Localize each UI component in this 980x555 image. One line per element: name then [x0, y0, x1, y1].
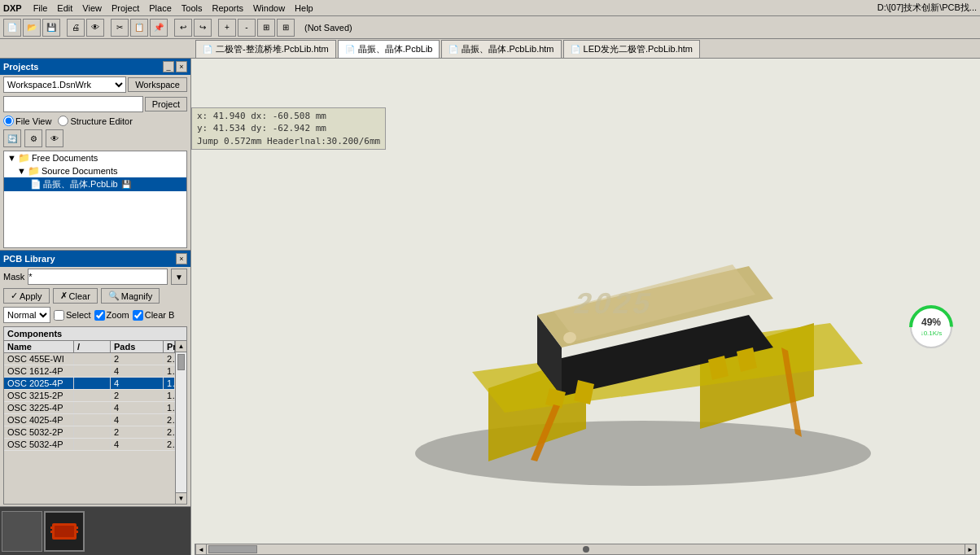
toolbar-print[interactable]: 🖨 — [67, 19, 85, 37]
bottom-thumbnails — [0, 506, 190, 555]
toolbar: 📄 📂 💾 🖨 👁 ✂ 📋 📌 ↩ ↪ + - ⊞ ⊞ (Not Saved) — [0, 16, 980, 39]
tooltip-line-0: x: 41.940 dx: -60.508 mm — [197, 110, 380, 122]
table-scrollbar[interactable]: ▲ ▼ — [175, 341, 186, 504]
tree-pcblib-file[interactable]: 📄 晶振、晶体.PcbLib 💾 — [4, 177, 186, 191]
table-row[interactable]: OSC 4025-4P 4 24 — [4, 414, 175, 426]
select-checkbox[interactable] — [54, 310, 64, 321]
toolbar-paste[interactable]: 📌 — [150, 19, 168, 37]
scroll-up-btn[interactable]: ▲ — [176, 341, 186, 352]
toolbar-grid[interactable]: ⊞ — [277, 19, 295, 37]
toolbar-zoom-fit[interactable]: ⊞ — [257, 19, 275, 37]
table-row[interactable]: OSC 3215-2P 2 18 — [4, 390, 175, 402]
apply-button[interactable]: ✓ Apply — [3, 288, 50, 304]
toolbar-zoom-in[interactable]: + — [218, 19, 236, 37]
cell-pads: 4 — [111, 378, 164, 389]
tree-free-documents[interactable]: ▼ 📁 Free Documents — [4, 151, 186, 164]
col-name-header: Name — [4, 341, 74, 352]
cell-primitives: 24 — [164, 414, 175, 426]
menu-project[interactable]: Project — [107, 2, 144, 14]
menu-help[interactable]: Help — [290, 2, 318, 14]
structure-editor-radio-label[interactable]: Structure Editor — [58, 116, 132, 126]
scrollbar-left-btn[interactable]: ◄ — [195, 544, 207, 555]
refresh-icon-btn[interactable]: 🔄 — [3, 129, 21, 147]
workspace-button[interactable]: Workspace — [128, 77, 187, 92]
pcblib-panel-close[interactable]: × — [176, 253, 187, 264]
canvas-area[interactable]: x: 41.940 dx: -60.508 mm y: 41.534 dy: -… — [191, 59, 980, 555]
mask-input[interactable] — [28, 269, 168, 285]
clearb-checkbox[interactable] — [133, 310, 143, 321]
cell-primitives: 18 — [164, 390, 175, 401]
toolbar-zoom-out[interactable]: - — [238, 19, 256, 37]
file-view-radio-label[interactable]: File View — [3, 116, 51, 126]
magnify-label: Magnify — [121, 291, 153, 301]
toolbar-undo[interactable]: ↩ — [174, 19, 192, 37]
cell-sort — [74, 439, 111, 450]
menu-tools[interactable]: Tools — [177, 2, 208, 14]
scroll-thumb[interactable] — [177, 354, 185, 370]
cell-pads: 2 — [111, 426, 164, 438]
project-button[interactable]: Project — [145, 97, 187, 111]
toolbar-new[interactable]: 📄 — [3, 19, 21, 37]
tab-icon-3: 📄 — [571, 45, 580, 54]
tabbar: 📄 二极管-整流桥堆.PcbLib.htm 📄 晶振、晶体.PcbLib 📄 晶… — [0, 39, 980, 59]
magnify-button[interactable]: 🔍 Magnify — [101, 288, 160, 304]
table-row-selected[interactable]: OSC 2025-4P 4 14 — [4, 378, 175, 390]
toolbar-save[interactable]: 💾 — [42, 19, 60, 37]
project-tree[interactable]: ▼ 📁 Free Documents ▼ 📁 Source Documents … — [3, 151, 187, 248]
projects-panel-minimize[interactable]: _ — [163, 61, 174, 72]
mode-select[interactable]: Normal — [3, 307, 50, 323]
menu-place[interactable]: Place — [144, 2, 177, 14]
project-input[interactable] — [3, 96, 143, 112]
canvas-horizontal-scrollbar[interactable]: ◄ ► — [195, 544, 977, 555]
toolbar-copy[interactable]: 📋 — [130, 19, 148, 37]
folder-icon-src-docs: 📁 — [28, 165, 40, 177]
table-row[interactable]: OSC 1612-4P 4 14 — [4, 365, 175, 378]
toolbar-open[interactable]: 📂 — [23, 19, 41, 37]
tree-source-documents[interactable]: ▼ 📁 Source Documents — [4, 164, 186, 177]
toolbar-redo[interactable]: ↪ — [194, 19, 212, 37]
menu-file[interactable]: File — [28, 2, 53, 14]
col-primitives-header[interactable]: Primitives — [164, 341, 175, 352]
clearb-checkbox-label[interactable]: Clear B — [133, 310, 175, 321]
view-icon-btn[interactable]: 👁 — [46, 129, 63, 147]
settings-icon-btn[interactable]: ⚙ — [24, 129, 42, 147]
tree-free-docs-label: Free Documents — [32, 153, 98, 163]
workspace-select[interactable]: Workspace1.DsnWrk — [3, 76, 126, 93]
menu-edit[interactable]: Edit — [52, 2, 77, 14]
zoom-checkbox-label[interactable]: Zoom — [94, 310, 129, 321]
thumbnail-0[interactable] — [2, 511, 42, 552]
projects-panel-close[interactable]: × — [176, 61, 187, 72]
scrollbar-thumb[interactable] — [208, 545, 257, 553]
tab-0[interactable]: 📄 二极管-整流桥堆.PcbLib.htm — [195, 40, 336, 58]
select-checkbox-label[interactable]: Select — [54, 310, 91, 321]
cell-pads: 4 — [111, 414, 164, 426]
table-row[interactable]: OSC 5032-4P 4 26 — [4, 439, 175, 451]
menu-window[interactable]: Window — [248, 2, 290, 14]
table-row[interactable]: OSC 3225-4P 4 14 — [4, 402, 175, 414]
col-pads-header[interactable]: Pads — [111, 341, 164, 352]
tab-1[interactable]: 📄 晶振、晶体.PcbLib — [338, 40, 440, 58]
toolbar-preview[interactable]: 👁 — [86, 19, 104, 37]
cell-name: OSC 5032-4P — [4, 439, 74, 450]
main-layout: Projects _ × Workspace1.DsnWrk Workspace… — [0, 59, 980, 555]
table-row[interactable]: OSC 5032-2P 2 23 — [4, 426, 175, 439]
thumbnail-active[interactable] — [44, 511, 85, 552]
cell-pads: 4 — [111, 365, 164, 377]
folder-expand-icon-src: ▼ — [17, 166, 26, 176]
scrollbar-right-btn[interactable]: ► — [965, 544, 976, 555]
clear-button[interactable]: ✗ Clear — [53, 288, 98, 304]
scroll-down-btn[interactable]: ▼ — [176, 492, 186, 504]
magnify-icon: 🔍 — [108, 291, 120, 301]
menu-view[interactable]: View — [77, 2, 107, 14]
tab-2[interactable]: 📄 晶振、晶体.PcbLib.htm — [441, 40, 561, 58]
toolbar-cut[interactable]: ✂ — [111, 19, 129, 37]
tab-3[interactable]: 📄 LED发光二极管.PcbLib.htm — [563, 40, 700, 58]
file-view-radio[interactable] — [3, 116, 14, 126]
svg-point-6 — [415, 421, 871, 486]
zoom-checkbox[interactable] — [94, 310, 105, 321]
table-row[interactable]: OSC 455E-WI 2 24 — [4, 353, 175, 365]
mask-dropdown-btn[interactable]: ▼ — [171, 269, 187, 285]
menu-reports[interactable]: Reports — [207, 2, 248, 14]
clear-label: Clear — [69, 291, 90, 301]
structure-editor-radio[interactable] — [58, 116, 68, 126]
